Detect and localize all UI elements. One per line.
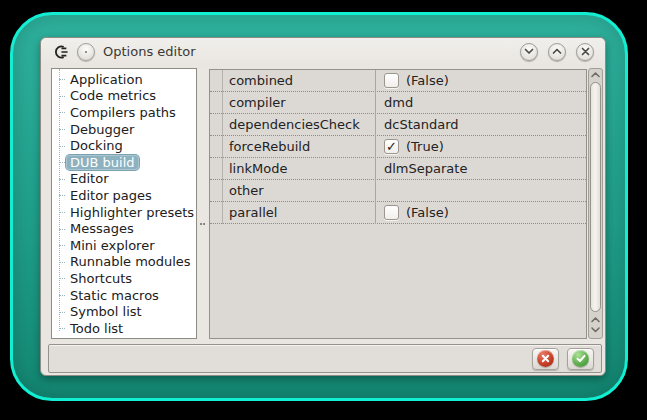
property-name: parallel <box>210 205 375 220</box>
sidebar-item-debugger[interactable]: Debugger <box>52 121 196 138</box>
property-value: dlmSeparate <box>375 161 467 176</box>
check-icon: ✓ <box>386 140 397 153</box>
property-rows: combined(False)compilerdmddependenciesCh… <box>210 70 586 224</box>
sidebar-item-label: DUB build <box>66 155 139 170</box>
maximize-button[interactable] <box>548 43 566 61</box>
property-value: (False) <box>375 205 449 220</box>
sidebar-item-highlighter-presets[interactable]: Highlighter presets <box>52 204 196 221</box>
sidebar-item-label: Runnable modules <box>66 254 195 269</box>
sidebar-item-code-metrics[interactable]: Code metrics <box>52 88 196 105</box>
shade-button[interactable] <box>520 43 538 61</box>
sidebar-item-label: Symbol list <box>66 304 146 319</box>
property-value: dmd <box>375 95 413 110</box>
checkbox[interactable] <box>384 73 399 88</box>
sidebar-item-shortcuts[interactable]: Shortcuts <box>52 270 196 287</box>
column-divider[interactable] <box>375 70 376 224</box>
cancel-button[interactable] <box>532 348 559 370</box>
accept-button[interactable] <box>567 348 594 370</box>
accept-icon <box>572 350 589 367</box>
value-text: dmd <box>384 95 413 110</box>
sidebar-item-messages[interactable]: Messages <box>52 220 196 237</box>
bool-state-label: (True) <box>406 139 444 154</box>
property-row-compiler[interactable]: compilerdmd <box>210 92 586 114</box>
scroll-up-icon[interactable] <box>591 317 600 323</box>
property-row-combined[interactable]: combined(False) <box>210 70 586 92</box>
sidebar-item-label: Highlighter presets <box>66 205 197 220</box>
sidebar-item-label: Code metrics <box>66 88 160 103</box>
property-grid-gutter <box>210 70 223 224</box>
sidebar-item-label: Editor pages <box>66 188 156 203</box>
sidebar-item-symbol-list[interactable]: Symbol list <box>52 303 196 320</box>
property-name: dependenciesCheck <box>210 117 375 132</box>
property-grid[interactable]: combined(False)compilerdmddependenciesCh… <box>209 69 587 339</box>
sidebar-item-label: Messages <box>66 221 138 236</box>
sidebar-item-label: Docking <box>66 138 127 153</box>
window-menu-icon[interactable] <box>77 43 95 61</box>
vertical-scrollbar[interactable] <box>588 68 603 339</box>
property-value: ✓(True) <box>375 139 444 154</box>
sidebar-item-label: Mini explorer <box>66 238 159 253</box>
scrollbar-thumb[interactable] <box>590 82 601 312</box>
sidebar-item-editor-pages[interactable]: Editor pages <box>52 187 196 204</box>
window-buttons <box>520 43 594 61</box>
window-title: Options editor <box>103 44 196 59</box>
category-list[interactable]: ApplicationCode metricsCompilers pathsDe… <box>51 68 197 339</box>
chevron-down-icon <box>524 48 534 55</box>
sidebar-item-label: Todo list <box>66 321 127 336</box>
coedit-logo-icon <box>52 43 69 60</box>
property-row-linkmode[interactable]: linkModedlmSeparate <box>210 158 586 180</box>
category-tree: ApplicationCode metricsCompilers pathsDe… <box>52 69 196 337</box>
footer-bar <box>48 344 602 373</box>
property-name: compiler <box>210 95 375 110</box>
checkbox[interactable]: ✓ <box>384 139 399 154</box>
sidebar-item-todo-list[interactable]: Todo list <box>52 320 196 337</box>
property-row-forcerebuild[interactable]: forceRebuild✓(True) <box>210 136 586 158</box>
bool-state-label: (False) <box>406 205 449 220</box>
property-value: dcStandard <box>375 117 459 132</box>
property-value: (False) <box>375 73 449 88</box>
property-name: other <box>210 183 375 198</box>
scroll-up-icon[interactable] <box>591 72 600 78</box>
sidebar-item-label: Debugger <box>66 122 138 137</box>
value-text: dcStandard <box>384 117 459 132</box>
sidebar-item-runnable-modules[interactable]: Runnable modules <box>52 254 196 271</box>
sidebar-item-static-macros[interactable]: Static macros <box>52 287 196 304</box>
value-text: dlmSeparate <box>384 161 467 176</box>
chevron-up-icon <box>552 48 562 55</box>
sidebar-item-dub-build[interactable]: DUB build <box>52 154 196 171</box>
close-icon <box>581 47 590 56</box>
property-row-dependenciescheck[interactable]: dependenciesCheckdcStandard <box>210 114 586 136</box>
cancel-icon <box>537 350 554 367</box>
checkbox[interactable] <box>384 205 399 220</box>
titlebar[interactable]: Options editor <box>41 38 605 65</box>
sidebar-item-docking[interactable]: Docking <box>52 137 196 154</box>
property-row-parallel[interactable]: parallel(False) <box>210 202 586 224</box>
sidebar-item-label: Editor <box>66 171 112 186</box>
scroll-down-icon[interactable] <box>591 327 600 333</box>
property-name: linkMode <box>210 161 375 176</box>
property-name: forceRebuild <box>210 139 375 154</box>
property-row-other[interactable]: other <box>210 180 586 202</box>
close-button[interactable] <box>576 43 594 61</box>
bool-state-label: (False) <box>406 73 449 88</box>
sidebar-item-editor[interactable]: Editor <box>52 171 196 188</box>
sidebar-item-label: Compilers paths <box>66 105 180 120</box>
options-editor-window: Options editor ApplicationCode metricsCo… <box>40 37 606 376</box>
property-name: combined <box>210 73 375 88</box>
sidebar-item-label: Static macros <box>66 288 163 303</box>
sidebar-item-mini-explorer[interactable]: Mini explorer <box>52 237 196 254</box>
sidebar-item-compilers-paths[interactable]: Compilers paths <box>52 104 196 121</box>
splitter-handle[interactable] <box>198 68 207 339</box>
sidebar-item-label: Application <box>66 72 147 87</box>
sidebar-item-application[interactable]: Application <box>52 71 196 88</box>
sidebar-item-label: Shortcuts <box>66 271 136 286</box>
